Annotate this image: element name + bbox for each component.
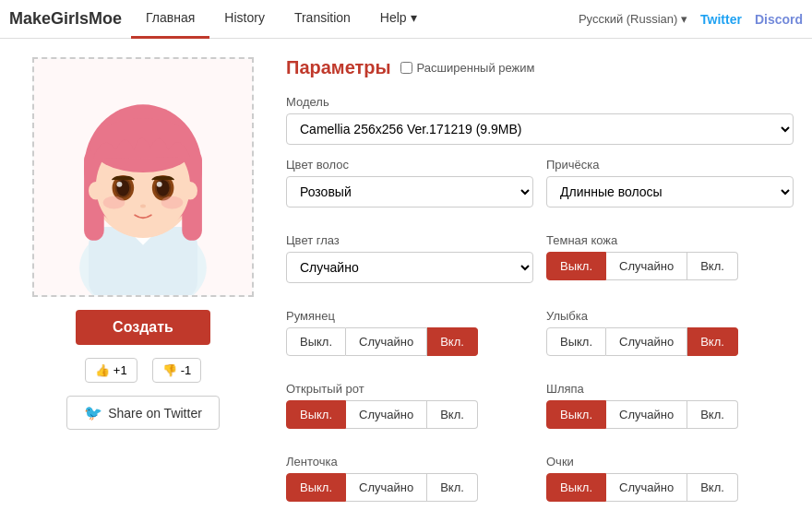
create-button[interactable]: Создать (76, 310, 210, 345)
blush-smile-row: Румянец Выкл. Случайно Вкл. Улыбка Выкл.… (286, 309, 794, 369)
nav-home[interactable]: Главная (131, 0, 209, 39)
params-header: Параметры Расширенный режим (286, 57, 794, 78)
dark-skin-btngroup: Выкл. Случайно Вкл. (546, 252, 794, 280)
dark-skin-random-btn[interactable]: Случайно (606, 252, 687, 280)
hat-section: Шляпа Выкл. Случайно Вкл. (546, 382, 794, 429)
right-panel: Параметры Расширенный режим Модель Camel… (286, 57, 794, 510)
upvote-label: +1 (113, 363, 127, 377)
ribbon-section: Ленточка Выкл. Случайно Вкл. (286, 455, 533, 502)
advanced-mode-text: Расширенный режим (417, 61, 535, 75)
open-mouth-section: Открытый рот Выкл. Случайно Вкл. (286, 382, 533, 429)
hairstyle-label: Причёска (546, 158, 794, 172)
nav-right: Русский (Russian) ▾ Twitter Discord (579, 12, 803, 27)
open-mouth-btngroup: Выкл. Случайно Вкл. (286, 400, 533, 429)
svg-point-18 (157, 182, 162, 187)
model-select-wrapper: Camellia 256x256 Ver.171219 (9.9MB) (286, 113, 794, 145)
open-mouth-on-btn[interactable]: Вкл. (427, 400, 478, 429)
open-mouth-off-btn[interactable]: Выкл. (286, 400, 346, 429)
nav-help[interactable]: Help ▾ (365, 0, 432, 39)
hairstyle-section: Причёска Длинные волосы (546, 158, 794, 208)
svg-point-21 (161, 196, 184, 209)
eye-color-label: Цвет глаз (286, 233, 533, 247)
open-mouth-random-btn[interactable]: Случайно (346, 400, 427, 429)
ribbon-label: Ленточка (286, 455, 533, 468)
language-selector[interactable]: Русский (Russian) ▾ (579, 12, 687, 26)
main-layout: Создать 👍 +1 👎 -1 🐦 Share on Twitter Пар… (0, 39, 812, 510)
brand: MakeGirlsMoe (9, 9, 122, 29)
glasses-section: Очки Выкл. Случайно Вкл. (546, 455, 794, 502)
hair-color-label: Цвет волос (286, 158, 533, 172)
hair-color-select[interactable]: Розовый (286, 176, 533, 208)
dark-skin-off-btn[interactable]: Выкл. (546, 252, 606, 280)
hat-on-btn[interactable]: Вкл. (687, 400, 738, 429)
svg-point-19 (140, 205, 146, 208)
nav-history[interactable]: History (209, 0, 280, 39)
eye-color-select[interactable]: Случайно (286, 252, 533, 283)
open-mouth-label: Открытый рот (286, 382, 533, 396)
anime-image-box (32, 57, 254, 297)
blush-label: Румянец (286, 309, 533, 323)
hat-label: Шляпа (546, 382, 794, 396)
hair-row: Цвет волос Розовый Причёска Длинные воло… (286, 158, 794, 220)
anime-character-svg (34, 57, 252, 297)
eye-color-section: Цвет глаз Случайно (286, 233, 533, 283)
advanced-mode-checkbox[interactable] (400, 62, 412, 74)
smile-off-btn[interactable]: Выкл. (546, 327, 606, 356)
vote-row: 👍 +1 👎 -1 (85, 358, 201, 383)
left-panel: Создать 👍 +1 👎 -1 🐦 Share on Twitter (18, 57, 268, 510)
nav-twitter-link[interactable]: Twitter (700, 12, 742, 27)
share-twitter-button[interactable]: 🐦 Share on Twitter (66, 396, 220, 430)
smile-random-btn[interactable]: Случайно (606, 327, 687, 356)
nav-transition[interactable]: Transition (280, 0, 365, 39)
share-label: Share on Twitter (108, 406, 202, 421)
upvote-button[interactable]: 👍 +1 (85, 358, 137, 383)
ribbon-random-btn[interactable]: Случайно (346, 473, 427, 502)
svg-point-14 (116, 182, 122, 187)
glasses-btngroup: Выкл. Случайно Вкл. (546, 473, 794, 502)
blush-section: Румянец Выкл. Случайно Вкл. (286, 309, 533, 356)
hair-color-section: Цвет волос Розовый (286, 158, 533, 208)
blush-on-btn[interactable]: Вкл. (427, 327, 478, 356)
svg-point-20 (103, 196, 125, 209)
hat-btngroup: Выкл. Случайно Вкл. (546, 400, 794, 429)
downvote-button[interactable]: 👎 -1 (152, 358, 202, 383)
model-select[interactable]: Camellia 256x256 Ver.171219 (9.9MB) (286, 113, 794, 145)
mouth-hat-row: Открытый рот Выкл. Случайно Вкл. Шляпа В… (286, 382, 794, 442)
navbar: MakeGirlsMoe Главная History Transition … (0, 0, 812, 39)
smile-section: Улыбка Выкл. Случайно Вкл. (546, 309, 794, 356)
glasses-off-btn[interactable]: Выкл. (546, 473, 606, 502)
smile-label: Улыбка (546, 309, 794, 323)
model-section: Модель Camellia 256x256 Ver.171219 (9.9M… (286, 95, 794, 145)
ribbon-glasses-row: Ленточка Выкл. Случайно Вкл. Очки Выкл. … (286, 455, 794, 510)
dark-skin-section: Темная кожа Выкл. Случайно Вкл. (546, 233, 794, 283)
blush-random-btn[interactable]: Случайно (346, 327, 427, 356)
params-title: Параметры (286, 57, 391, 78)
glasses-label: Очки (546, 455, 794, 468)
smile-btngroup: Выкл. Случайно Вкл. (546, 327, 794, 356)
downvote-label: -1 (181, 363, 192, 377)
blush-btngroup: Выкл. Случайно Вкл. (286, 327, 533, 356)
glasses-on-btn[interactable]: Вкл. (687, 473, 738, 502)
smile-on-btn[interactable]: Вкл. (687, 327, 738, 356)
svg-point-22 (89, 182, 103, 200)
ribbon-on-btn[interactable]: Вкл. (427, 473, 478, 502)
svg-point-23 (183, 182, 197, 200)
eye-skin-row: Цвет глаз Случайно Темная кожа Выкл. Слу… (286, 233, 794, 296)
hairstyle-select[interactable]: Длинные волосы (546, 176, 794, 208)
dark-skin-label: Темная кожа (546, 233, 794, 247)
thumbs-up-icon: 👍 (95, 363, 110, 377)
blush-off-btn[interactable]: Выкл. (286, 327, 346, 356)
glasses-random-btn[interactable]: Случайно (606, 473, 687, 502)
hat-off-btn[interactable]: Выкл. (546, 400, 606, 429)
model-label: Модель (286, 95, 794, 109)
dark-skin-on-btn[interactable]: Вкл. (687, 252, 738, 280)
nav-links: Главная History Transition Help ▾ (131, 0, 579, 39)
eye-color-select-wrapper: Случайно (286, 252, 533, 283)
hat-random-btn[interactable]: Случайно (606, 400, 687, 429)
advanced-mode-label[interactable]: Расширенный режим (400, 61, 535, 75)
twitter-icon: 🐦 (84, 404, 102, 421)
hairstyle-select-wrapper: Длинные волосы (546, 176, 794, 208)
nav-discord-link[interactable]: Discord (755, 12, 803, 27)
ribbon-off-btn[interactable]: Выкл. (286, 473, 346, 502)
thumbs-down-icon: 👎 (162, 363, 177, 377)
